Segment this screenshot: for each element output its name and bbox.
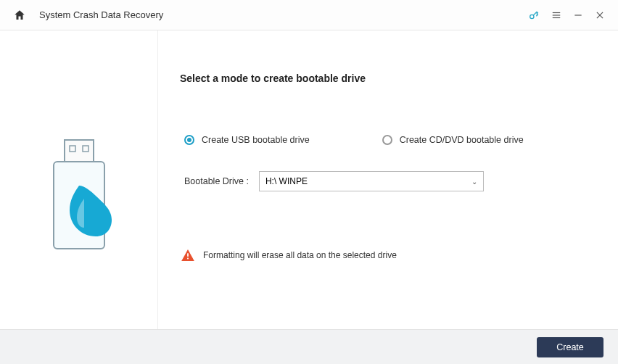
create-button[interactable]: Create <box>537 337 603 357</box>
radio-selected-icon <box>184 135 194 145</box>
close-icon[interactable] <box>595 10 605 20</box>
page-heading: Select a mode to create bootable drive <box>180 73 601 84</box>
titlebar-controls <box>528 9 605 21</box>
svg-rect-11 <box>187 253 189 256</box>
minimize-icon[interactable] <box>573 10 583 20</box>
mode-radio-group: Create USB bootable drive Create CD/DVD … <box>180 135 601 145</box>
titlebar: System Crash Data Recovery <box>0 0 618 30</box>
footer-bar: Create <box>0 329 618 364</box>
content-area: Select a mode to create bootable drive C… <box>0 30 618 329</box>
main-panel: Select a mode to create bootable drive C… <box>158 30 618 329</box>
bootable-drive-select[interactable]: H:\ WINPE ⌄ <box>259 171 484 191</box>
app-title: System Crash Data Recovery <box>39 9 163 20</box>
usb-drive-icon <box>39 136 119 267</box>
svg-point-0 <box>530 15 534 18</box>
home-icon[interactable] <box>13 9 26 22</box>
radio-cd-bootable[interactable]: Create CD/DVD bootable drive <box>382 135 524 145</box>
radio-usb-label: Create USB bootable drive <box>202 135 310 145</box>
radio-usb-bootable[interactable]: Create USB bootable drive <box>184 135 310 145</box>
bootable-drive-row: Bootable Drive : H:\ WINPE ⌄ <box>180 171 601 191</box>
drive-select-value: H:\ WINPE <box>265 176 308 186</box>
menu-icon[interactable] <box>551 10 561 20</box>
svg-rect-12 <box>187 258 189 260</box>
warning-text: Formatting will erase all data on the se… <box>203 250 397 260</box>
chevron-down-icon: ⌄ <box>471 178 477 186</box>
svg-rect-7 <box>65 140 94 162</box>
radio-unselected-icon <box>382 135 392 145</box>
key-icon[interactable] <box>528 9 540 21</box>
warning-icon <box>181 249 194 261</box>
warning-row: Formatting will erase all data on the se… <box>180 249 601 261</box>
radio-cd-label: Create CD/DVD bootable drive <box>400 135 524 145</box>
bootable-drive-label: Bootable Drive : <box>184 176 249 186</box>
illustration-panel <box>0 30 158 329</box>
